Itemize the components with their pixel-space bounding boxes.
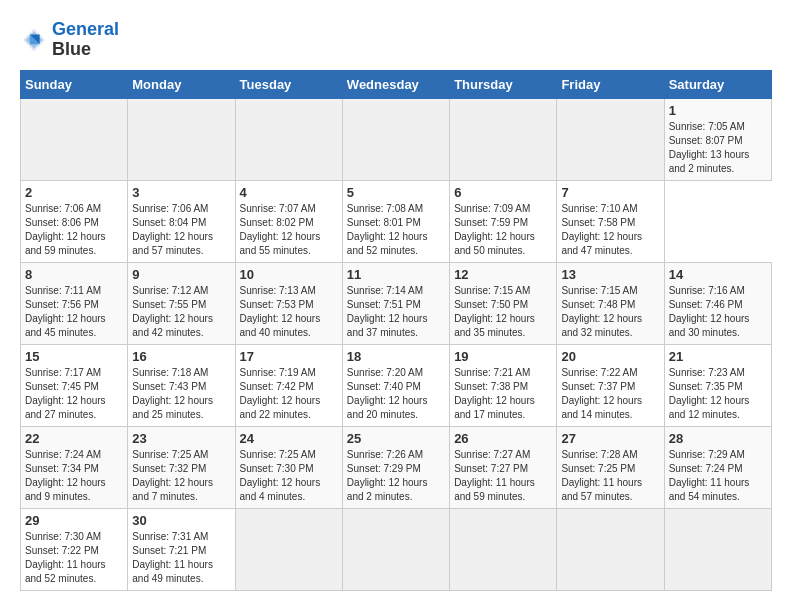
day-info: Sunrise: 7:15 AMSunset: 7:48 PMDaylight:…	[561, 284, 659, 340]
column-header-monday: Monday	[128, 70, 235, 98]
calendar-cell: 14Sunrise: 7:16 AMSunset: 7:46 PMDayligh…	[664, 262, 771, 344]
day-number: 6	[454, 185, 552, 200]
column-header-saturday: Saturday	[664, 70, 771, 98]
day-number: 2	[25, 185, 123, 200]
calendar-cell: 12Sunrise: 7:15 AMSunset: 7:50 PMDayligh…	[450, 262, 557, 344]
day-info: Sunrise: 7:13 AMSunset: 7:53 PMDaylight:…	[240, 284, 338, 340]
calendar-cell: 6Sunrise: 7:09 AMSunset: 7:59 PMDaylight…	[450, 180, 557, 262]
week-row-3: 8Sunrise: 7:11 AMSunset: 7:56 PMDaylight…	[21, 262, 772, 344]
day-info: Sunrise: 7:27 AMSunset: 7:27 PMDaylight:…	[454, 448, 552, 504]
calendar-cell: 29Sunrise: 7:30 AMSunset: 7:22 PMDayligh…	[21, 508, 128, 590]
calendar-cell: 30Sunrise: 7:31 AMSunset: 7:21 PMDayligh…	[128, 508, 235, 590]
column-header-tuesday: Tuesday	[235, 70, 342, 98]
day-info: Sunrise: 7:05 AMSunset: 8:07 PMDaylight:…	[669, 120, 767, 176]
day-info: Sunrise: 7:21 AMSunset: 7:38 PMDaylight:…	[454, 366, 552, 422]
day-info: Sunrise: 7:06 AMSunset: 8:04 PMDaylight:…	[132, 202, 230, 258]
day-info: Sunrise: 7:12 AMSunset: 7:55 PMDaylight:…	[132, 284, 230, 340]
page-header: GeneralBlue	[20, 20, 772, 60]
calendar-cell	[342, 508, 449, 590]
column-header-friday: Friday	[557, 70, 664, 98]
day-number: 7	[561, 185, 659, 200]
calendar-cell: 15Sunrise: 7:17 AMSunset: 7:45 PMDayligh…	[21, 344, 128, 426]
day-number: 18	[347, 349, 445, 364]
day-number: 27	[561, 431, 659, 446]
column-header-wednesday: Wednesday	[342, 70, 449, 98]
calendar-header: SundayMondayTuesdayWednesdayThursdayFrid…	[21, 70, 772, 98]
day-number: 15	[25, 349, 123, 364]
day-info: Sunrise: 7:17 AMSunset: 7:45 PMDaylight:…	[25, 366, 123, 422]
day-number: 1	[669, 103, 767, 118]
calendar-cell: 28Sunrise: 7:29 AMSunset: 7:24 PMDayligh…	[664, 426, 771, 508]
calendar-cell	[21, 98, 128, 180]
calendar-cell: 10Sunrise: 7:13 AMSunset: 7:53 PMDayligh…	[235, 262, 342, 344]
week-row-1: 1Sunrise: 7:05 AMSunset: 8:07 PMDaylight…	[21, 98, 772, 180]
day-info: Sunrise: 7:09 AMSunset: 7:59 PMDaylight:…	[454, 202, 552, 258]
day-info: Sunrise: 7:18 AMSunset: 7:43 PMDaylight:…	[132, 366, 230, 422]
day-info: Sunrise: 7:30 AMSunset: 7:22 PMDaylight:…	[25, 530, 123, 586]
calendar-cell	[557, 98, 664, 180]
day-info: Sunrise: 7:28 AMSunset: 7:25 PMDaylight:…	[561, 448, 659, 504]
calendar-cell: 20Sunrise: 7:22 AMSunset: 7:37 PMDayligh…	[557, 344, 664, 426]
day-info: Sunrise: 7:11 AMSunset: 7:56 PMDaylight:…	[25, 284, 123, 340]
day-number: 11	[347, 267, 445, 282]
calendar-cell: 11Sunrise: 7:14 AMSunset: 7:51 PMDayligh…	[342, 262, 449, 344]
calendar-cell: 7Sunrise: 7:10 AMSunset: 7:58 PMDaylight…	[557, 180, 664, 262]
day-info: Sunrise: 7:23 AMSunset: 7:35 PMDaylight:…	[669, 366, 767, 422]
day-number: 29	[25, 513, 123, 528]
day-number: 14	[669, 267, 767, 282]
calendar-cell: 5Sunrise: 7:08 AMSunset: 8:01 PMDaylight…	[342, 180, 449, 262]
calendar-cell	[235, 508, 342, 590]
day-number: 20	[561, 349, 659, 364]
column-header-thursday: Thursday	[450, 70, 557, 98]
day-number: 23	[132, 431, 230, 446]
day-info: Sunrise: 7:14 AMSunset: 7:51 PMDaylight:…	[347, 284, 445, 340]
calendar-cell: 13Sunrise: 7:15 AMSunset: 7:48 PMDayligh…	[557, 262, 664, 344]
day-info: Sunrise: 7:06 AMSunset: 8:06 PMDaylight:…	[25, 202, 123, 258]
calendar-cell	[557, 508, 664, 590]
day-info: Sunrise: 7:26 AMSunset: 7:29 PMDaylight:…	[347, 448, 445, 504]
calendar-cell	[342, 98, 449, 180]
day-number: 19	[454, 349, 552, 364]
calendar-cell: 26Sunrise: 7:27 AMSunset: 7:27 PMDayligh…	[450, 426, 557, 508]
calendar-cell: 19Sunrise: 7:21 AMSunset: 7:38 PMDayligh…	[450, 344, 557, 426]
day-info: Sunrise: 7:08 AMSunset: 8:01 PMDaylight:…	[347, 202, 445, 258]
day-number: 10	[240, 267, 338, 282]
day-number: 3	[132, 185, 230, 200]
calendar-table: SundayMondayTuesdayWednesdayThursdayFrid…	[20, 70, 772, 591]
day-info: Sunrise: 7:10 AMSunset: 7:58 PMDaylight:…	[561, 202, 659, 258]
general-blue-logo-icon	[20, 26, 48, 54]
calendar-cell: 27Sunrise: 7:28 AMSunset: 7:25 PMDayligh…	[557, 426, 664, 508]
day-number: 30	[132, 513, 230, 528]
logo: GeneralBlue	[20, 20, 119, 60]
calendar-cell: 17Sunrise: 7:19 AMSunset: 7:42 PMDayligh…	[235, 344, 342, 426]
day-number: 16	[132, 349, 230, 364]
week-row-5: 22Sunrise: 7:24 AMSunset: 7:34 PMDayligh…	[21, 426, 772, 508]
day-info: Sunrise: 7:19 AMSunset: 7:42 PMDaylight:…	[240, 366, 338, 422]
day-number: 21	[669, 349, 767, 364]
calendar-cell: 18Sunrise: 7:20 AMSunset: 7:40 PMDayligh…	[342, 344, 449, 426]
day-info: Sunrise: 7:16 AMSunset: 7:46 PMDaylight:…	[669, 284, 767, 340]
day-number: 28	[669, 431, 767, 446]
calendar-cell: 23Sunrise: 7:25 AMSunset: 7:32 PMDayligh…	[128, 426, 235, 508]
calendar-cell: 25Sunrise: 7:26 AMSunset: 7:29 PMDayligh…	[342, 426, 449, 508]
calendar-cell: 16Sunrise: 7:18 AMSunset: 7:43 PMDayligh…	[128, 344, 235, 426]
column-header-sunday: Sunday	[21, 70, 128, 98]
calendar-cell	[450, 98, 557, 180]
calendar-cell	[664, 508, 771, 590]
day-number: 9	[132, 267, 230, 282]
calendar-cell: 3Sunrise: 7:06 AMSunset: 8:04 PMDaylight…	[128, 180, 235, 262]
week-row-4: 15Sunrise: 7:17 AMSunset: 7:45 PMDayligh…	[21, 344, 772, 426]
day-number: 13	[561, 267, 659, 282]
day-number: 8	[25, 267, 123, 282]
day-info: Sunrise: 7:15 AMSunset: 7:50 PMDaylight:…	[454, 284, 552, 340]
day-info: Sunrise: 7:29 AMSunset: 7:24 PMDaylight:…	[669, 448, 767, 504]
day-number: 24	[240, 431, 338, 446]
calendar-cell: 2Sunrise: 7:06 AMSunset: 8:06 PMDaylight…	[21, 180, 128, 262]
day-info: Sunrise: 7:25 AMSunset: 7:30 PMDaylight:…	[240, 448, 338, 504]
calendar-cell	[235, 98, 342, 180]
day-info: Sunrise: 7:22 AMSunset: 7:37 PMDaylight:…	[561, 366, 659, 422]
calendar-cell: 24Sunrise: 7:25 AMSunset: 7:30 PMDayligh…	[235, 426, 342, 508]
calendar-cell: 8Sunrise: 7:11 AMSunset: 7:56 PMDaylight…	[21, 262, 128, 344]
calendar-cell: 22Sunrise: 7:24 AMSunset: 7:34 PMDayligh…	[21, 426, 128, 508]
calendar-cell	[128, 98, 235, 180]
